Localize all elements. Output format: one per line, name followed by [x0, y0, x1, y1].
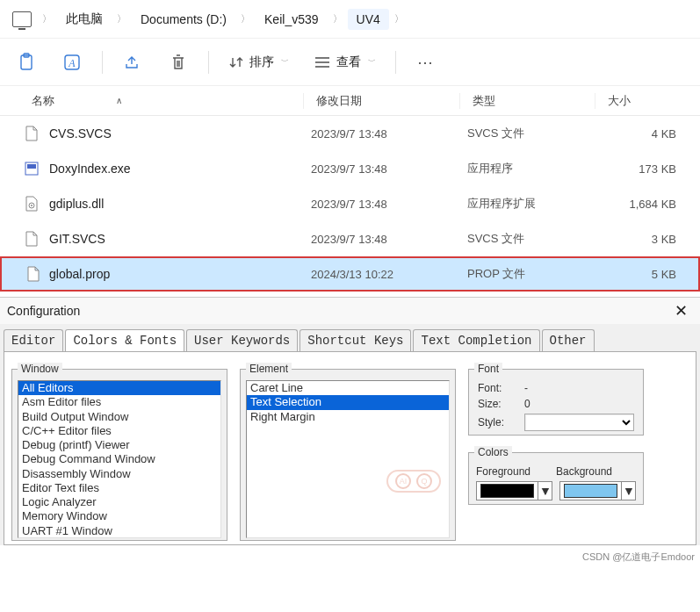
tab-colors-fonts[interactable]: Colors & Fonts: [65, 329, 184, 351]
tab-content: Window All EditorsAsm Editor filesBuild …: [4, 351, 696, 545]
chevron-right-icon[interactable]: 〉: [115, 12, 128, 25]
file-name: DoxyIndex.exe: [49, 162, 311, 176]
list-item[interactable]: All Editors: [18, 381, 220, 395]
element-group: Element Caret LineText SelectionRight Ma…: [240, 363, 456, 541]
svg-point-10: [31, 205, 32, 206]
text-style-button[interactable]: A: [53, 45, 91, 80]
list-item[interactable]: Build Output Window: [18, 410, 220, 424]
file-row[interactable]: gdiplus.dll2023/9/7 13:48应用程序扩展1,684 KB: [0, 186, 700, 221]
window-group: Window All EditorsAsm Editor filesBuild …: [11, 363, 227, 541]
file-name: global.prop: [49, 267, 311, 281]
pc-icon: [12, 11, 32, 27]
sort-asc-icon: ∧: [116, 96, 122, 105]
window-group-label: Window: [18, 363, 62, 375]
file-size: 1,684 KB: [603, 198, 683, 211]
size-value: 0: [524, 398, 530, 410]
element-listbox[interactable]: Caret LineText SelectionRight Margin: [246, 380, 450, 538]
share-button[interactable]: [113, 45, 152, 80]
font-group-label: Font: [474, 363, 502, 375]
delete-button[interactable]: [159, 45, 198, 80]
list-item[interactable]: Caret Line: [247, 381, 449, 395]
separator: [102, 51, 103, 74]
style-select[interactable]: [524, 414, 634, 431]
color-swatch: [480, 484, 534, 498]
chevron-down-icon: ⯆: [621, 481, 635, 500]
file-date: 2023/9/7 13:48: [311, 233, 467, 246]
element-group-label: Element: [246, 363, 292, 375]
list-item[interactable]: Memory Window: [18, 509, 220, 523]
breadcrumb-item[interactable]: Documents (D:): [132, 9, 235, 30]
file-size: 4 KB: [603, 127, 683, 140]
file-type: 应用程序扩展: [467, 196, 603, 212]
dialog-title: Configuration: [7, 304, 80, 318]
dll-file-icon: [23, 195, 40, 212]
chevron-right-icon[interactable]: 〉: [40, 12, 54, 25]
breadcrumb-item[interactable]: UV4: [348, 9, 389, 30]
list-item[interactable]: Debug Command Window: [18, 452, 220, 466]
file-row[interactable]: DoxyIndex.exe2023/9/7 13:48应用程序173 KB: [0, 151, 700, 186]
foreground-color-picker[interactable]: ⯆: [476, 481, 552, 500]
clipboard-button[interactable]: [7, 45, 46, 80]
dialog-titlebar: Configuration ✕: [0, 298, 700, 324]
foreground-label: Foreground: [476, 465, 556, 478]
list-item[interactable]: C/C++ Editor files: [18, 424, 220, 438]
list-item[interactable]: Logic Analyzer: [18, 495, 220, 509]
close-icon[interactable]: ✕: [669, 299, 693, 322]
file-size: 3 KB: [603, 233, 683, 246]
list-item[interactable]: Disassembly Window: [18, 467, 220, 481]
view-button[interactable]: 查看 ﹀: [305, 49, 385, 76]
file-type: SVCS 文件: [467, 126, 603, 141]
tab-editor[interactable]: Editor: [4, 329, 63, 351]
file-row[interactable]: global.prop2024/3/13 10:22PROP 文件5 KB: [0, 256, 700, 292]
file-row[interactable]: CVS.SVCS2023/9/7 13:48SVCS 文件4 KB: [0, 116, 700, 151]
font-value: -: [524, 382, 528, 394]
column-type[interactable]: 类型: [459, 93, 595, 109]
background-color-picker[interactable]: ⯆: [559, 481, 636, 500]
column-date[interactable]: 修改日期: [303, 93, 459, 109]
separator: [395, 51, 396, 74]
chevron-down-icon: ﹀: [281, 56, 289, 68]
config-dialog: Configuration ✕ EditorColors & FontsUser…: [0, 297, 700, 545]
file-type: 应用程序: [467, 161, 603, 176]
file-name: GIT.SVCS: [49, 232, 311, 246]
list-item[interactable]: Right Margin: [247, 410, 449, 424]
breadcrumb-item[interactable]: 此电脑: [57, 8, 112, 31]
file-file-icon: [23, 230, 40, 248]
file-date: 2023/9/7 13:48: [311, 127, 467, 140]
file-date: 2024/3/13 10:22: [311, 268, 467, 281]
file-date: 2023/9/7 13:48: [311, 198, 467, 211]
file-size: 5 KB: [603, 268, 683, 281]
chevron-down-icon: ⯆: [538, 481, 552, 500]
window-listbox[interactable]: All EditorsAsm Editor filesBuild Output …: [18, 380, 221, 538]
tab-user-keywords[interactable]: User Keywords: [186, 329, 298, 351]
colors-group-label: Colors: [474, 446, 512, 458]
list-item[interactable]: Text Selection: [247, 395, 449, 409]
column-name[interactable]: 名称 ∧: [0, 93, 303, 109]
tab-text-completion[interactable]: Text Completion: [413, 329, 539, 351]
more-button[interactable]: ⋯: [407, 47, 445, 77]
breadcrumb: 〉 此电脑 〉 Documents (D:) 〉 Keil_v539 〉 UV4…: [0, 0, 700, 39]
sort-button[interactable]: 排序 ﹀: [220, 49, 298, 76]
tab-other[interactable]: Other: [542, 329, 595, 351]
list-item[interactable]: UART #1 Window: [18, 524, 220, 538]
chevron-right-icon[interactable]: 〉: [331, 12, 344, 25]
size-label: Size:: [478, 398, 517, 410]
color-swatch: [564, 484, 617, 498]
file-type: PROP 文件: [467, 266, 603, 282]
sort-label: 排序: [249, 54, 274, 70]
tab-shortcut-keys[interactable]: Shortcut Keys: [299, 329, 411, 351]
column-size[interactable]: 大小: [595, 93, 675, 109]
tab-strip: EditorColors & FontsUser KeywordsShortcu…: [0, 324, 700, 351]
file-row[interactable]: GIT.SVCS2023/9/7 13:48SVCS 文件3 KB: [0, 221, 700, 256]
breadcrumb-item[interactable]: Keil_v539: [256, 9, 328, 30]
toolbar: A 排序 ﹀ 查看 ﹀ ⋯: [0, 39, 700, 86]
style-label: Style:: [478, 416, 517, 428]
list-item[interactable]: Asm Editor files: [18, 395, 220, 409]
svg-rect-8: [27, 164, 36, 169]
chevron-right-icon[interactable]: 〉: [393, 12, 406, 25]
watermark: CSDN @亿道电子Emdoor: [0, 549, 700, 565]
font-label: Font:: [478, 382, 517, 394]
list-item[interactable]: Editor Text files: [18, 481, 220, 495]
list-item[interactable]: Debug (printf) Viewer: [18, 438, 220, 452]
chevron-right-icon[interactable]: 〉: [239, 12, 252, 25]
